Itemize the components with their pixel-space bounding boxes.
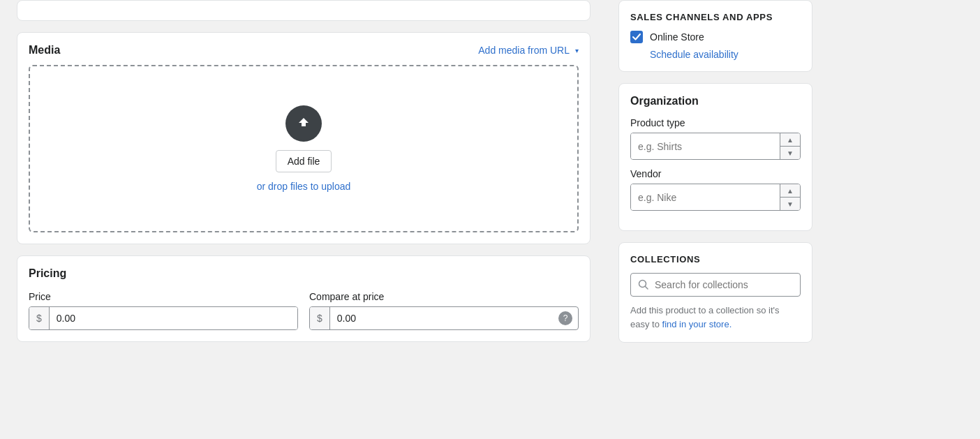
upload-icon: [285, 105, 322, 142]
media-title: Media: [29, 44, 60, 57]
online-store-channel: Online Store: [630, 31, 801, 43]
compare-price-label: Compare at price: [309, 291, 579, 302]
collections-description: Add this product to a collection so it's…: [630, 304, 801, 331]
price-label: Price: [29, 291, 298, 302]
add-file-button[interactable]: Add file: [276, 150, 332, 172]
collections-search-input[interactable]: [655, 279, 793, 290]
product-type-input[interactable]: [631, 133, 780, 159]
online-store-checkbox[interactable]: [630, 31, 643, 43]
product-type-arrows: ▲ ▼: [780, 133, 800, 159]
checkmark-icon: [632, 34, 641, 40]
price-input-wrapper: $: [29, 306, 298, 330]
add-media-url-button[interactable]: Add media from URL ▾: [478, 45, 579, 56]
left-panel: Media Add media from URL ▾ Add file or d…: [0, 0, 607, 439]
collections-search-wrapper[interactable]: [630, 273, 801, 297]
add-media-label: Add media from URL: [478, 45, 570, 56]
collections-card: COLLECTIONS Add this product to a collec…: [618, 242, 812, 343]
schedule-availability-link[interactable]: Schedule availability: [650, 49, 801, 60]
vendor-up-arrow[interactable]: ▲: [780, 184, 800, 197]
product-type-select-wrapper: ▲ ▼: [630, 133, 801, 160]
vendor-select-wrapper: ▲ ▼: [630, 184, 801, 211]
vendor-input[interactable]: [631, 184, 780, 210]
price-input[interactable]: [50, 307, 297, 329]
pricing-title: Pricing: [29, 267, 579, 280]
drop-zone[interactable]: Add file or drop files to upload: [29, 65, 579, 232]
dropdown-caret-icon: ▾: [575, 47, 579, 54]
search-icon: [638, 279, 649, 290]
vendor-label: Vendor: [630, 168, 801, 179]
upload-arrow-icon: [295, 115, 312, 132]
drop-files-text: or drop files to upload: [257, 181, 351, 192]
sales-channels-card: SALES CHANNELS AND APPS Online Store Sch…: [618, 0, 812, 72]
product-type-label: Product type: [630, 117, 801, 128]
help-icon[interactable]: ?: [558, 311, 572, 325]
vendor-down-arrow[interactable]: ▼: [780, 198, 800, 210]
collections-find-link[interactable]: find in your store.: [662, 319, 732, 329]
price-field: Price $: [29, 291, 298, 330]
organization-card: Organization Product type ▲ ▼ Vendor ▲: [618, 83, 812, 231]
organization-title: Organization: [630, 95, 801, 107]
compare-price-field: Compare at price $ ?: [309, 291, 579, 330]
product-type-section: Product type ▲ ▼: [630, 117, 801, 160]
compare-price-input[interactable]: [330, 307, 558, 329]
compare-currency-symbol: $: [310, 307, 330, 329]
online-store-label: Online Store: [650, 31, 704, 43]
product-type-up-arrow[interactable]: ▲: [780, 133, 800, 146]
right-panel: SALES CHANNELS AND APPS Online Store Sch…: [607, 0, 824, 439]
sales-channels-title: SALES CHANNELS AND APPS: [630, 12, 801, 22]
media-card-header: Media Add media from URL ▾: [29, 44, 579, 57]
svg-line-1: [646, 287, 648, 290]
search-svg-icon: [638, 279, 649, 290]
vendor-arrows: ▲ ▼: [780, 184, 800, 210]
compare-price-input-wrapper: $ ?: [309, 306, 579, 330]
product-type-down-arrow[interactable]: ▼: [780, 147, 800, 159]
top-partial-card: [17, 0, 591, 21]
pricing-fields-row: Price $ Compare at price $ ?: [29, 291, 579, 330]
media-card: Media Add media from URL ▾ Add file or d…: [17, 32, 591, 244]
collections-title: COLLECTIONS: [630, 254, 801, 265]
vendor-section: Vendor ▲ ▼: [630, 168, 801, 211]
price-currency-symbol: $: [29, 307, 50, 329]
pricing-card: Pricing Price $ Compare at price $ ?: [17, 255, 591, 342]
